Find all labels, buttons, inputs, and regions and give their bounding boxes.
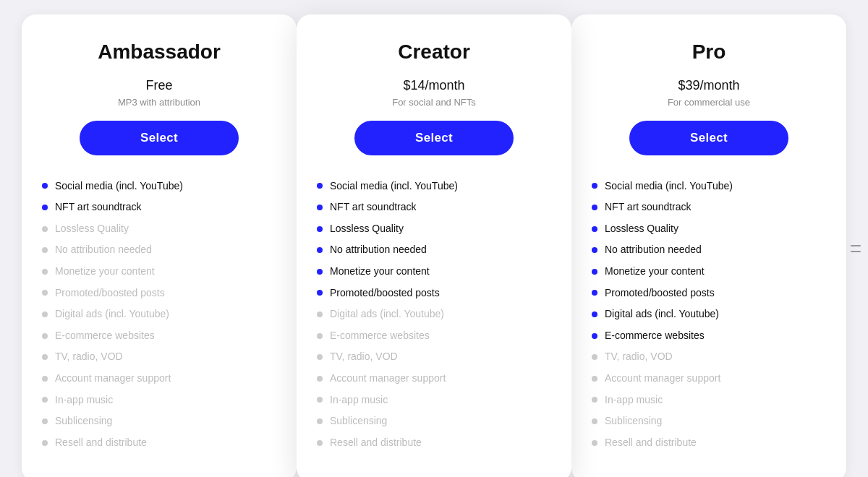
nav-arrow[interactable] [851,245,861,252]
feature-item-ambassador-6: Digital ads (incl. Youtube) [42,304,276,325]
feature-bullet-pro-10 [592,397,597,403]
feature-item-ambassador-9: Account manager support [42,368,276,390]
feature-item-pro-7: E-commerce websites [592,325,826,347]
feature-item-ambassador-2: Lossless Quality [42,218,276,240]
features-list-creator: Social media (incl. YouTube)NFT art soun… [317,176,551,454]
feature-bullet-pro-0 [592,183,597,189]
feature-text-ambassador-1: NFT art soundtrack [55,200,142,215]
select-button-pro[interactable]: Select [629,121,788,155]
feature-item-ambassador-3: No attribution needed [42,239,276,261]
features-list-pro: Social media (incl. YouTube)NFT art soun… [592,176,826,454]
feature-item-pro-6: Digital ads (incl. Youtube) [592,304,826,325]
feature-item-ambassador-4: Monetize your content [42,261,276,283]
feature-bullet-creator-5 [317,290,323,296]
feature-item-ambassador-0: Social media (incl. YouTube) [42,176,276,197]
pricing-card-pro: Pro$39/monthFor commercial useSelectSoci… [571,14,846,477]
feature-bullet-ambassador-0 [42,183,48,189]
arrow-line-top [851,245,861,246]
feature-text-pro-12: Resell and distribute [605,436,697,450]
feature-bullet-creator-3 [317,247,323,253]
feature-text-creator-10: In-app music [330,393,388,408]
feature-bullet-ambassador-3 [42,247,48,253]
feature-text-creator-0: Social media (incl. YouTube) [330,179,458,194]
feature-text-pro-7: E-commerce websites [605,329,705,343]
feature-bullet-creator-0 [317,183,323,189]
feature-item-creator-10: In-app music [317,390,551,411]
feature-item-creator-8: TV, radio, VOD [317,346,551,368]
feature-item-pro-0: Social media (incl. YouTube) [592,176,826,197]
feature-text-pro-3: No attribution needed [605,243,702,257]
feature-text-ambassador-3: No attribution needed [55,243,152,257]
feature-text-pro-2: Lossless Quality [605,222,678,236]
feature-bullet-ambassador-2 [42,226,48,232]
feature-text-pro-4: Monetize your content [605,265,705,279]
feature-item-creator-11: Sublicensing [317,411,551,432]
feature-text-creator-8: TV, radio, VOD [330,350,398,364]
feature-item-ambassador-12: Resell and distribute [42,432,276,454]
features-list-ambassador: Social media (incl. YouTube)NFT art soun… [42,176,276,454]
arrow-line-bottom [851,251,861,252]
feature-text-ambassador-9: Account manager support [55,371,171,386]
feature-bullet-pro-6 [592,311,597,317]
feature-item-ambassador-7: E-commerce websites [42,325,276,347]
feature-bullet-creator-4 [317,269,323,275]
feature-bullet-pro-9 [592,376,597,382]
feature-bullet-pro-3 [592,247,597,253]
feature-text-ambassador-5: Promoted/boosted posts [55,286,165,301]
feature-item-creator-7: E-commerce websites [317,325,551,347]
feature-bullet-ambassador-7 [42,333,48,339]
feature-item-ambassador-8: TV, radio, VOD [42,346,276,368]
feature-item-pro-12: Resell and distribute [592,432,826,454]
feature-text-pro-9: Account manager support [605,371,720,386]
feature-text-pro-0: Social media (incl. YouTube) [605,179,733,194]
feature-text-pro-8: TV, radio, VOD [605,350,673,364]
feature-text-ambassador-0: Social media (incl. YouTube) [55,179,183,194]
feature-bullet-ambassador-12 [42,440,48,446]
feature-bullet-ambassador-6 [42,311,48,317]
select-button-creator[interactable]: Select [354,121,514,155]
feature-text-creator-9: Account manager support [330,371,446,386]
feature-bullet-creator-10 [317,397,323,403]
feature-text-pro-11: Sublicensing [605,414,662,429]
feature-text-creator-12: Resell and distribute [330,436,422,450]
feature-bullet-pro-12 [592,440,597,446]
plan-title-creator: Creator [398,40,470,64]
pricing-wrapper: AmbassadorFreeMP3 with attributionSelect… [0,0,868,477]
plan-price-creator: $14/month [403,78,464,94]
feature-text-ambassador-4: Monetize your content [55,265,155,279]
feature-bullet-pro-11 [592,418,597,424]
feature-text-ambassador-10: In-app music [55,393,113,408]
feature-text-creator-5: Promoted/boosted posts [330,286,440,301]
feature-bullet-ambassador-11 [42,418,48,424]
feature-bullet-ambassador-4 [42,269,48,275]
feature-item-ambassador-1: NFT art soundtrack [42,197,276,218]
feature-item-pro-2: Lossless Quality [592,218,826,240]
plan-subtitle-pro: For commercial use [668,97,750,108]
feature-text-creator-4: Monetize your content [330,265,430,279]
feature-bullet-pro-8 [592,354,597,360]
feature-item-pro-11: Sublicensing [592,411,826,432]
feature-item-pro-9: Account manager support [592,368,826,390]
feature-bullet-ambassador-10 [42,397,48,403]
feature-bullet-creator-1 [317,205,323,210]
feature-item-pro-4: Monetize your content [592,261,826,283]
select-button-ambassador[interactable]: Select [80,121,239,155]
feature-item-pro-1: NFT art soundtrack [592,197,826,218]
feature-text-creator-11: Sublicensing [330,414,387,429]
feature-text-ambassador-2: Lossless Quality [55,222,129,236]
feature-text-pro-5: Promoted/boosted posts [605,286,715,301]
plan-subtitle-creator: For social and NFTs [392,97,476,108]
feature-item-creator-3: No attribution needed [317,239,551,261]
feature-text-ambassador-11: Sublicensing [55,414,112,429]
plan-title-ambassador: Ambassador [98,40,221,64]
feature-bullet-ambassador-8 [42,354,48,360]
feature-item-ambassador-5: Promoted/boosted posts [42,283,276,304]
feature-bullet-pro-5 [592,290,597,296]
feature-item-ambassador-11: Sublicensing [42,411,276,432]
plan-subtitle-ambassador: MP3 with attribution [118,97,200,108]
feature-text-creator-2: Lossless Quality [330,222,404,236]
feature-bullet-creator-8 [317,354,323,360]
feature-text-ambassador-12: Resell and distribute [55,436,147,450]
feature-item-ambassador-10: In-app music [42,390,276,411]
feature-bullet-pro-4 [592,269,597,275]
